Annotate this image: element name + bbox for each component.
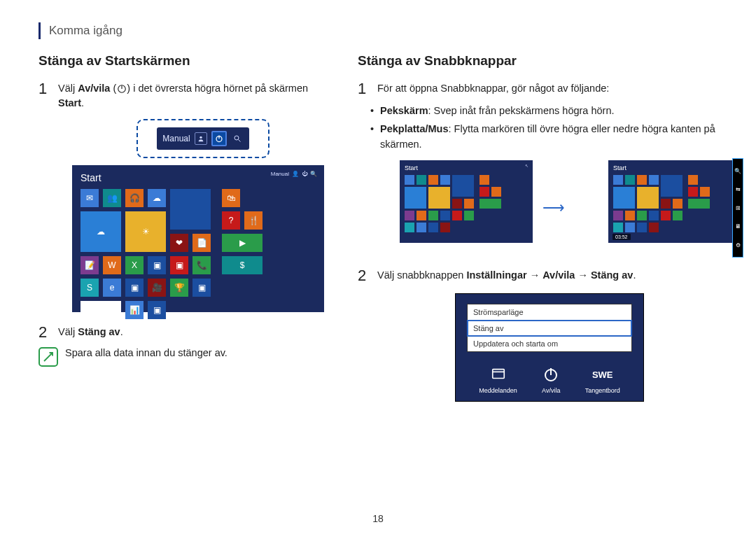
step-text: Välj Stäng av. [58,325,123,339]
svg-point-5 [234,136,239,140]
right-step-2: 2 Välj snabbknappen Inställningar → Av/v… [358,268,741,283]
note-text: Spara alla data innan du stänger av. [65,347,227,358]
power-button[interactable]: Av/vila [541,365,561,394]
charms-bar[interactable]: 🔍 ⇆ ⊞ 🖥 ⚙ [732,158,743,258]
onedrive-tile[interactable]: ☁ [148,189,166,207]
two-screens-row: Start ↖ [366,160,741,255]
chapter-title: Komma igång [49,24,122,38]
clock-overlay: 03:52 [612,234,631,240]
skype-tile[interactable]: S [80,279,99,297]
health-tile[interactable]: ❤ [170,234,188,252]
cursor-icon: ↖ [525,163,528,168]
svg-line-6 [238,140,240,142]
mail-tile[interactable]: ✉ [80,189,99,207]
notifications-icon [489,365,508,384]
power-icon: ⏻ [302,171,307,177]
tile[interactable]: ▣ [148,256,166,274]
excel-tile[interactable]: X [125,256,144,274]
people-tile[interactable]: 👥 [103,189,121,207]
tile[interactable]: ▣ [148,301,166,319]
step-text: För att öppna Snabbknappar, gör något av… [377,81,609,96]
left-step-2: 2 Välj Stäng av. [38,325,324,340]
user-icon: 👤 [292,171,299,177]
left-step-1: 1 Välj Av/vila () i det övrersta högra h… [38,81,324,111]
content-columns: Stänga av Startskärmen 1 Välj Av/vila ()… [38,53,718,402]
xbox-tile[interactable]: ▶ [222,234,262,252]
cloud-tile[interactable]: ☁ [80,211,121,252]
search-icon[interactable] [231,132,244,145]
settings-popup-illustration: Strömsparläge Stäng av Uppdatera och sta… [455,293,644,402]
search-charm-icon[interactable]: 🔍 [734,167,741,174]
power-icon [541,365,561,384]
photo-tile[interactable] [80,301,121,319]
devices-charm-icon[interactable]: 🖥 [734,223,741,230]
settings-charm-icon[interactable]: ⚙ [734,241,741,248]
note-row: Spara alla data innan du stänger av. [38,347,324,367]
bullet-list: Pekskärm: Svep inåt från pekskärmens hög… [370,104,741,152]
tile[interactable]: ▣ [125,279,144,297]
menu-item-restart[interactable]: Uppdatera och starta om [468,336,631,351]
power-button-highlight[interactable] [211,131,227,146]
tile[interactable]: 🍴 [244,211,262,230]
callout-label: Manual [162,134,190,143]
keyboard-button[interactable]: SWE Tangentbord [585,365,620,394]
start-screen-after-wrapper: Start [575,160,741,255]
start-top-right: Manual 👤 ⏻ 🔍 [271,171,317,177]
left-column: Stänga av Startskärmen 1 Välj Av/vila ()… [38,53,324,402]
share-charm-icon[interactable]: ⇆ [734,186,741,193]
right-heading: Stänga av Snabbknappar [358,53,741,69]
tile[interactable]: 🎥 [148,279,166,297]
tile[interactable]: $ [222,256,262,274]
ie-tile[interactable]: e [103,279,121,297]
page-number: 18 [0,513,756,524]
tile[interactable]: 📄 [192,234,211,252]
note-icon [38,347,58,367]
step-text: Välj snabbknappen Inställningar → Av/vil… [377,268,636,283]
left-heading: Stänga av Startskärmen [38,53,324,69]
tile[interactable]: 📊 [125,301,144,319]
tile-grid: ✉👥 ☁ 📝W Se 🎧☁ ☀ X▣ ▣🎥 📊▣ ❤📄 ▣📞 [80,189,316,319]
svg-rect-7 [492,370,504,379]
chapter-header: Komma igång [38,22,718,39]
bullet-item: Pekplatta/Mus: Flytta markören till övre… [370,122,741,153]
callout-box: Manual [136,119,270,158]
user-icon [195,132,207,145]
tile[interactable]: ▣ [170,256,188,274]
menu-item-sleep[interactable]: Strömsparläge [468,304,631,321]
start-screen-before: Start ↖ [400,160,533,243]
start-screen-after: Start [608,160,741,243]
callout-inner: Manual [157,127,248,150]
svg-point-2 [200,136,202,139]
tile[interactable]: 🏆 [170,279,188,297]
tile[interactable]: 🎧 [125,189,144,207]
notifications-button[interactable]: Meddelanden [479,365,517,394]
store-tile[interactable]: 🛍 [222,189,240,207]
start-screen-illustration: Start Manual 👤 ⏻ 🔍 ✉👥 ☁ 📝W Se 🎧☁ ☀ [72,165,324,312]
start-charm-icon[interactable]: ⊞ [734,204,741,211]
help-tile[interactable]: ? [222,211,240,230]
arrow-right-icon: ⟶ [542,199,565,217]
tile[interactable]: 📞 [192,256,211,274]
step-text: Välj Av/vila () i det övrersta högra hör… [58,81,324,111]
right-step-1: 1 För att öppna Snabbknappar, gör något … [358,81,741,97]
power-icon [116,84,127,94]
step-number: 1 [38,81,51,97]
tile[interactable]: ▣ [192,279,211,297]
power-menu: Strömsparläge Stäng av Uppdatera och sta… [467,304,632,352]
right-column: Stänga av Snabbknappar 1 För att öppna S… [358,53,741,402]
note-tile[interactable]: 📝 [80,256,99,274]
weather-tile[interactable]: ☀ [125,211,166,252]
step-number: 1 [358,81,370,97]
menu-item-shutdown[interactable]: Stäng av [467,320,632,337]
settings-bottom-row: Meddelanden Av/vila SWE Tangentbord [467,365,632,394]
bullet-item: Pekskärm: Svep inåt från pekskärmens hög… [370,104,741,119]
word-tile[interactable]: W [103,256,121,274]
keyboard-lang: SWE [593,365,612,384]
desktop-tile[interactable] [170,189,211,230]
step-number: 2 [358,268,370,283]
search-icon: 🔍 [310,171,317,177]
step-number: 2 [38,325,51,340]
